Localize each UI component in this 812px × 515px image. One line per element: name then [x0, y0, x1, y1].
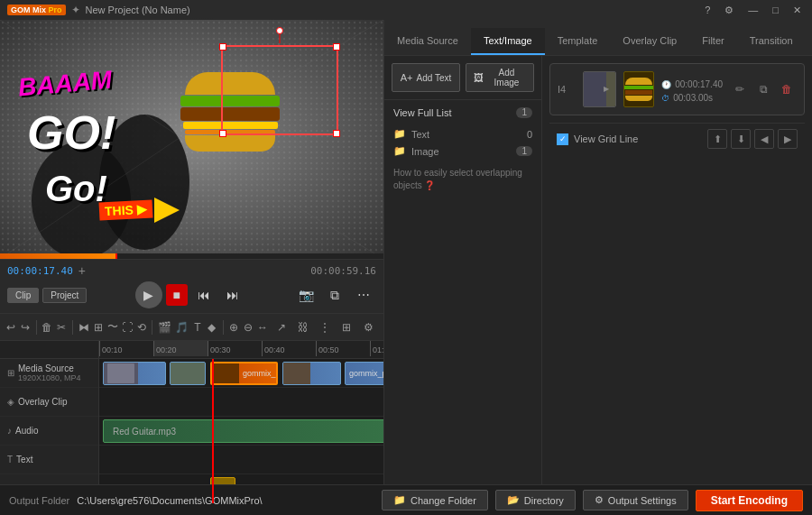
player-controls: 00:00:17.40 + 00:00:59.16 Clip Project ▶…: [0, 259, 383, 313]
undo-button[interactable]: ↩: [5, 317, 16, 337]
track-row-text: [99, 446, 383, 474]
zoom-out-button[interactable]: ⊖: [243, 317, 254, 337]
tab-template[interactable]: Template: [545, 28, 611, 55]
scissors-button[interactable]: ✂: [56, 317, 67, 337]
tab-filter[interactable]: Filter: [689, 28, 736, 55]
snap-button[interactable]: ⋮: [315, 317, 335, 337]
clip-label-3: gommix_pro.mp4: [239, 369, 276, 378]
directory-icon: 📂: [507, 494, 520, 506]
bottom-bar: Output Folder C:\Users\gre576\Documents\…: [0, 484, 812, 515]
copy-clip-button[interactable]: ⧉: [753, 79, 773, 99]
ripple-button[interactable]: ↗: [272, 317, 291, 337]
directory-button[interactable]: 📂 Directory: [495, 490, 576, 510]
copy-frame-button[interactable]: ⧉: [322, 282, 347, 308]
video-track-button[interactable]: 🎬: [158, 317, 171, 337]
tab-transition[interactable]: Transition: [737, 28, 806, 55]
link-button[interactable]: ⛓: [293, 317, 313, 337]
view-grid-label: View Grid Line: [574, 133, 638, 144]
settings2-button[interactable]: ⚙: [358, 317, 378, 337]
tab-overlay-clip[interactable]: Overlay Clip: [610, 28, 689, 55]
track-label-text: T Text: [0, 446, 98, 474]
track-label-media-source: ⊞ Media Source 1920X1080, MP4: [0, 359, 98, 388]
add-image-button[interactable]: 🖼 Add Image: [466, 63, 534, 92]
video-preview[interactable]: BAAAM GO! Go! THIS ▶: [0, 20, 383, 259]
list-item-text[interactable]: 📁 Text 0: [384, 125, 541, 143]
delete-button[interactable]: 🗑: [42, 317, 52, 337]
app-logo: GOM Mix Pro: [7, 5, 66, 15]
fit-button[interactable]: ↔: [257, 317, 268, 337]
clip-time-duration-value: 00:03.00s: [673, 93, 713, 103]
overlay-label: Overlay Clip: [18, 397, 67, 407]
tab-media-source[interactable]: Media Source: [384, 28, 471, 55]
controls-row: Clip Project ▶ ■ ⏮ ⏭ 📷 ⧉ ⋯: [0, 280, 383, 310]
audio-track-button[interactable]: 🎵: [175, 317, 189, 337]
view-grid-checkbox[interactable]: ✓: [557, 133, 568, 145]
main-content: BAAAM GO! Go! THIS ▶: [0, 20, 812, 515]
crop-button[interactable]: ⛶: [122, 317, 133, 337]
stop-button[interactable]: ■: [166, 284, 188, 306]
prev-frame-button[interactable]: ⏮: [191, 282, 217, 308]
list-item-image[interactable]: 📁 Image 1: [384, 143, 541, 160]
redo-button[interactable]: ↪: [20, 317, 31, 337]
toolbar-separator-2: [72, 320, 73, 335]
new-project-icon: ✦: [71, 4, 80, 16]
settings-btn[interactable]: ⚙: [721, 5, 737, 16]
grid-right-button[interactable]: ▶: [778, 129, 798, 149]
more-button[interactable]: ⋯: [351, 282, 376, 308]
toolbar-separator-4: [223, 320, 224, 335]
output-settings-label: Output Settings: [608, 495, 677, 506]
tracks-container: gommix_pro.mp4 gommix_pro.mp4: [99, 359, 383, 503]
change-folder-button[interactable]: 📁 Change Folder: [382, 490, 488, 510]
toolbar-separator-3: [152, 320, 152, 335]
panel-content: A+ Add Text 🖼 Add Image View Full List 1: [384, 56, 812, 515]
grid-down-button[interactable]: ⬇: [731, 129, 751, 149]
clip-button[interactable]: Clip: [7, 288, 39, 303]
clip-video-3[interactable]: gommix_pro.mp4: [210, 362, 278, 385]
title-bar-left: GOM Mix Pro ✦ New Project (No Name): [7, 4, 190, 16]
panel-actions: A+ Add Text 🖼 Add Image: [384, 56, 541, 100]
marker-button[interactable]: ◆: [207, 317, 217, 337]
play-button[interactable]: ▶: [135, 281, 162, 308]
view-grid-line-section: ✓ View Grid Line ⬆ ⬇ ◀ ▶: [549, 123, 805, 154]
more-tracks-button[interactable]: ⊞: [337, 317, 356, 337]
arrow-icon: [154, 198, 180, 223]
handle-top-left[interactable]: [219, 43, 226, 51]
clip-audio-1[interactable]: Red Guitar.mp3: [103, 419, 383, 443]
grid-left-button[interactable]: ◀: [754, 129, 774, 149]
go2-text: Go!: [45, 169, 107, 209]
transform-button[interactable]: ⟲: [136, 317, 147, 337]
track-label-overlay: ◈ Overlay Clip: [0, 388, 98, 417]
track-row-audio: Red Guitar.mp3: [99, 417, 383, 446]
maximize-btn[interactable]: □: [769, 5, 782, 15]
project-button[interactable]: Project: [42, 288, 87, 303]
time-add-button[interactable]: +: [78, 263, 86, 278]
clip-detail-id: I4: [558, 84, 576, 95]
tab-text-image[interactable]: Text/Image: [471, 28, 545, 55]
start-encoding-button[interactable]: Start Encoding: [696, 490, 803, 511]
hint-help-icon[interactable]: ❓: [424, 180, 435, 190]
group-button[interactable]: ⊞: [93, 317, 104, 337]
minimize-btn[interactable]: —: [744, 5, 761, 15]
left-panel: BAAAM GO! Go! THIS ▶: [0, 20, 383, 515]
clip-video-1[interactable]: [103, 362, 166, 385]
split-button[interactable]: ⧓: [78, 317, 89, 337]
help-btn[interactable]: ?: [701, 5, 714, 15]
clip-thumb-preview-1: ▶: [583, 71, 616, 107]
wave-button[interactable]: 〜: [107, 317, 118, 337]
close-btn[interactable]: ✕: [789, 5, 805, 16]
text-track-button[interactable]: T: [192, 317, 203, 337]
grid-up-button[interactable]: ⬆: [707, 129, 727, 149]
camera-button[interactable]: 📷: [293, 282, 318, 308]
edit-clip-button[interactable]: ✏: [730, 79, 750, 99]
project-name: New Project (No Name): [86, 5, 190, 15]
clip-video-2[interactable]: [170, 362, 206, 385]
output-settings-button[interactable]: ⚙ Output Settings: [583, 490, 688, 510]
zoom-in-button[interactable]: ⊕: [228, 317, 239, 337]
clip-video-4[interactable]: [282, 362, 341, 385]
delete-clip-button[interactable]: 🗑: [777, 79, 797, 99]
burger-container[interactable]: [221, 45, 338, 135]
next-frame-button[interactable]: ⏭: [220, 282, 245, 308]
add-text-button[interactable]: A+ Add Text: [392, 63, 460, 92]
mini-bun-top: [625, 78, 652, 85]
clip-video-5[interactable]: gommix_pro.mp4: [345, 362, 383, 385]
